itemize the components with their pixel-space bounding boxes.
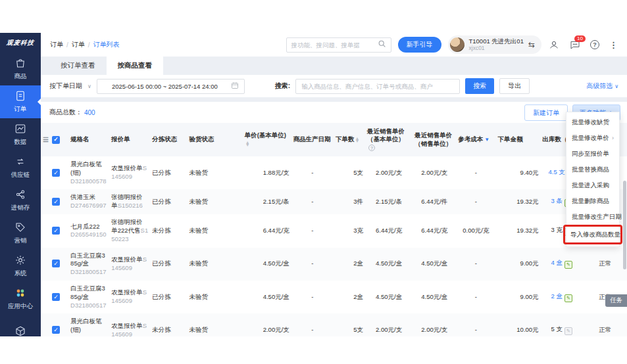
newbie-guide-button[interactable]: 新手引导 xyxy=(398,37,441,53)
outbound-quantity[interactable]: 3 条 xyxy=(551,197,562,204)
inspect-status: 未验货 xyxy=(187,189,242,214)
column-header: 下单金额 xyxy=(495,123,540,156)
more-options-icon[interactable]: ⋮ xyxy=(609,40,618,50)
outbound-quantity[interactable]: 4.5 支 xyxy=(549,168,565,175)
inspect-status: 未验货 xyxy=(187,313,242,336)
row-checkbox[interactable]: ✓ xyxy=(52,169,60,177)
vertical-scrollbar[interactable] xyxy=(623,181,626,269)
order-quantity: 2盒 xyxy=(334,248,365,281)
menu-item-批量替换商品[interactable]: 批量替换商品 xyxy=(566,162,619,177)
sidebar-item-系统[interactable]: 系统 xyxy=(0,250,41,283)
menu-item-批量删除商品[interactable]: 批量删除商品 xyxy=(566,193,619,209)
column-header: 商品生产日期 xyxy=(291,123,334,156)
order-amount: 10.00元 xyxy=(495,313,540,336)
sidebar-item-label: 商品 xyxy=(14,72,27,81)
row-status: 正常 xyxy=(583,248,627,281)
menu-item-同步至报价单[interactable]: 同步至报价单 xyxy=(566,146,619,162)
recent-price-base: 2.00元/支 xyxy=(365,156,413,189)
column-header-label: 验货状态 xyxy=(189,135,214,143)
order-doc-icon xyxy=(14,90,26,103)
sidebar-item-商品[interactable]: 商品 xyxy=(0,53,41,85)
customer-service-icon[interactable] xyxy=(548,39,559,51)
sidebar-item-营销[interactable]: 营销 xyxy=(0,217,41,250)
inspect-status: 未验货 xyxy=(187,281,242,313)
breadcrumb-separator: / xyxy=(88,41,90,49)
menu-item-批量修改生产日期[interactable]: 批量修改生产日期 xyxy=(566,209,619,225)
user-menu[interactable]: T10001 先进先出01 xjxc01 ⇆ xyxy=(448,35,542,54)
user-account: xjxc01 xyxy=(469,45,524,52)
date-range-input[interactable]: 2025-06-15 00:00 ~ 2025-07-14 24:00 xyxy=(97,79,245,94)
menu-item-label: 批量删除商品 xyxy=(572,197,609,206)
sorting-status: 已分拣 xyxy=(150,248,187,281)
table-search-input[interactable] xyxy=(295,79,460,94)
column-header-label: 参考成本 xyxy=(458,135,483,143)
menu-item-导入修改商品数量[interactable]: 导入修改商品数量 xyxy=(565,227,620,242)
spec-code: D274676997 xyxy=(70,202,106,209)
menu-item-批量修改缺货[interactable]: 批量修改缺货 xyxy=(566,114,619,130)
recent-price-base: 2.00元/支 xyxy=(365,313,413,336)
global-search-input[interactable] xyxy=(291,41,374,49)
column-header[interactable]: 下单数▲▼ xyxy=(334,123,365,156)
sidebar-item-订单[interactable]: 订单 xyxy=(0,85,41,118)
row-checkbox[interactable]: ✓ xyxy=(52,293,60,301)
menu-item-label: 批量替换商品 xyxy=(572,166,609,174)
column-settings-icon[interactable]: ☰ xyxy=(43,136,49,143)
inspect-status: 未验货 xyxy=(187,214,242,247)
row-checkbox[interactable]: ✓ xyxy=(52,260,60,267)
sidebar-item-label: 营销 xyxy=(14,237,27,245)
tag-icon xyxy=(14,221,26,235)
row-checkbox[interactable]: ✓ xyxy=(52,227,60,235)
message-icon[interactable]: 10 xyxy=(569,39,580,51)
row-checkbox[interactable]: ✓ xyxy=(52,198,60,206)
task-floating-tab[interactable]: 任务 xyxy=(605,294,627,307)
screenshot-canvas: 观麦科技 商品订单数据供应链进销存营销系统应用中心 订单 / 订单 / 订单列表… xyxy=(0,0,627,364)
unit-price: 2.00元/支 xyxy=(243,313,291,336)
date-filter-label[interactable]: 按下单日期 xyxy=(49,81,82,91)
gear-icon xyxy=(14,254,26,267)
edit-outbound-icon[interactable]: ✎ xyxy=(564,327,572,335)
tab-按商品查看[interactable]: 按商品查看 xyxy=(107,57,164,75)
sort-icon[interactable]: ▲▼ xyxy=(245,141,250,147)
menu-item-批量修改单价[interactable]: 批量修改单价› xyxy=(566,130,619,146)
edit-outbound-icon[interactable]: ✎ xyxy=(564,294,572,302)
column-header: 最近销售单价（销售单位） xyxy=(413,123,456,156)
sort-icon[interactable]: ▲▼ xyxy=(355,137,359,143)
column-header-label: 下单金额 xyxy=(497,135,522,143)
avatar[interactable] xyxy=(450,37,464,52)
outbound-quantity[interactable]: 4 盒 xyxy=(551,259,562,266)
filter-dropdown-icon[interactable]: ▼ xyxy=(484,137,489,143)
row-checkbox[interactable]: ✓ xyxy=(52,326,60,334)
help-tooltip-icon[interactable]: ? xyxy=(368,145,375,151)
user-name: T10001 先进先出01 xyxy=(469,38,524,45)
sidebar-item-进销存[interactable]: 进销存 xyxy=(0,184,41,217)
sidebar-item-数据[interactable]: 数据 xyxy=(0,118,41,151)
switch-account-icon[interactable]: ⇆ xyxy=(528,40,535,49)
search-icon[interactable] xyxy=(378,39,386,51)
order-quantity: 2盒 xyxy=(334,281,365,313)
spec-code: D265549150 xyxy=(70,231,106,238)
breadcrumb-item[interactable]: 订单 xyxy=(72,40,85,49)
sidebar-item-extra[interactable] xyxy=(0,315,41,336)
app-grid-icon xyxy=(14,287,26,300)
sidebar-item-供应链[interactable]: 供应链 xyxy=(0,151,41,184)
spec-code: D321800517 xyxy=(70,268,106,275)
advanced-filter-link[interactable]: 高级筛选 ∨ xyxy=(586,81,618,91)
search-button[interactable]: 搜索 xyxy=(465,78,494,94)
message-count-badge: 10 xyxy=(574,35,586,43)
edit-outbound-icon[interactable]: ✎ xyxy=(564,261,572,269)
menu-item-批量进入采购[interactable]: 批量进入采购 xyxy=(566,177,619,193)
export-button[interactable]: 导出 xyxy=(499,78,530,94)
column-header[interactable]: 单价(基本单位)▲▼ xyxy=(243,123,291,156)
tab-按订单查看[interactable]: 按订单查看 xyxy=(49,57,107,75)
search-field-label: 搜索: xyxy=(275,81,290,91)
column-header-label: 单价(基本单位) xyxy=(245,131,286,139)
help-icon[interactable]: ? xyxy=(590,40,599,49)
sidebar-item-应用中心[interactable]: 应用中心 xyxy=(0,283,41,315)
new-order-button[interactable]: 新建订单 xyxy=(524,104,568,121)
breadcrumb-item[interactable]: 订单 xyxy=(50,40,63,49)
global-search-box[interactable] xyxy=(286,37,391,53)
column-header[interactable]: 参考成本▼ xyxy=(456,123,495,156)
outbound-quantity[interactable]: 2 盒 xyxy=(551,292,562,300)
unit-price: 4.50元/盒 xyxy=(243,281,291,313)
select-all-checkbox[interactable]: ✓ xyxy=(52,136,60,144)
